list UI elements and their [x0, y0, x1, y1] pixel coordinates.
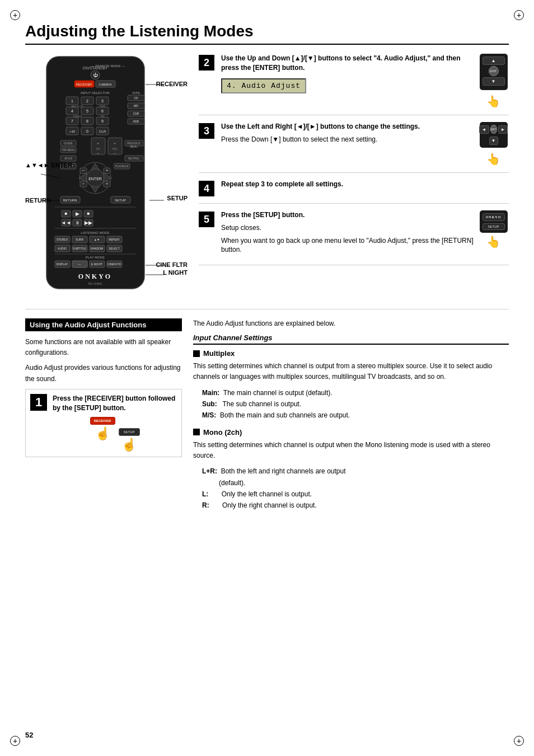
input-channel-title: Input Channel Settings — [193, 334, 509, 345]
svg-text:RECEIVER: RECEIVER — [76, 83, 92, 86]
multiplex-item-main: Main: The main channel is output (defaul… — [202, 387, 509, 398]
svg-text:7: 7 — [71, 119, 73, 123]
svg-text:6: 6 — [101, 109, 104, 113]
main-layout: ON/STANDBY ⏻ — REMOTE MODE — RECEIVER CA… — [25, 54, 509, 300]
svg-text:8: 8 — [86, 119, 88, 123]
svg-text:+: + — [97, 142, 99, 145]
step-1-images: RECEIVER ☝ SETUP ☝ — [53, 417, 177, 452]
step-4: 4 Repeat step 3 to complete all settings… — [199, 180, 509, 204]
svg-text:CD: CD — [101, 115, 105, 118]
finger-icon-step5: 👆 — [486, 235, 500, 248]
step-3: 3 Use the Left and Right [◄]/[►] buttons… — [199, 122, 509, 173]
bullet-square — [193, 350, 200, 357]
svg-text:+10: +10 — [69, 130, 76, 133]
left-panel: ON/STANDBY ⏻ — REMOTE MODE — RECEIVER CA… — [25, 54, 188, 300]
step-2: 2 Use the Up and Down [▲]/[▼] buttons to… — [199, 54, 509, 115]
svg-text:PLAY MODE: PLAY MODE — [86, 256, 105, 259]
label-return: RETURN — [25, 197, 51, 204]
svg-text:MUTING: MUTING — [128, 157, 139, 160]
svg-text:+: + — [106, 168, 109, 173]
svg-text:VOL: VOL — [112, 147, 118, 151]
step-4-number: 4 — [199, 181, 214, 196]
label-receiver: RECEIVER — [156, 81, 188, 87]
multiplex-text: This setting determines which channel is… — [193, 361, 509, 382]
svg-text:RANDOM: RANDOM — [91, 247, 103, 250]
svg-text:⏻: ⏻ — [93, 73, 98, 78]
svg-text:9: 9 — [101, 119, 104, 123]
svg-text:SUBTITLE: SUBTITLE — [73, 247, 87, 250]
svg-text:+: + — [106, 181, 109, 186]
step-3-number: 3 — [199, 123, 214, 139]
step-2-content: Use the Up and Down [▲]/[▼] buttons to s… — [221, 54, 509, 108]
svg-text:PLAYBACK: PLAYBACK — [115, 165, 128, 168]
section-divider — [25, 309, 509, 309]
lcd-display: 4. Audio Adjust — [221, 78, 306, 93]
section-heading: Using the Audio Adjust Functions — [25, 318, 182, 331]
remote-label-wrap: ON/STANDBY ⏻ — REMOTE MODE — RECEIVER CA… — [25, 54, 188, 300]
step-5: 5 Press the [SETUP] button. Setup closes… — [199, 210, 509, 265]
input-channel-section: The Audio Adjust functions are explained… — [193, 318, 509, 511]
svg-text:— REMOTE MODE —: — REMOTE MODE — — [91, 64, 125, 68]
svg-text:RC-645S: RC-645S — [88, 282, 102, 285]
svg-text:SP A·B: SP A·B — [64, 157, 72, 160]
svg-text:LISTENING MODE: LISTENING MODE — [81, 231, 109, 234]
mono2ch-text: This setting determines which channel is… — [193, 440, 509, 461]
step-5-image: ONKYO SETUP 👆 — [478, 210, 509, 248]
step-5-subtext2: When you want to go back up one menu lev… — [221, 236, 474, 255]
svg-text:ONKYO: ONKYO — [78, 273, 112, 280]
bottom-section: Using the Audio Adjust Functions Some fu… — [25, 318, 509, 511]
svg-text:REPEAT: REPEAT — [109, 238, 120, 241]
svg-text:SURR: SURR — [76, 238, 84, 241]
section-text2: Audio Adjust provides various functions … — [25, 363, 182, 384]
registration-mark-tr — [514, 10, 524, 20]
svg-text:PREVIOUS: PREVIOUS — [127, 142, 140, 145]
mono2ch-item-r: R: Only the right channel is output. — [202, 500, 509, 511]
step-4-text: Repeat step 3 to complete all settings. — [221, 180, 509, 189]
multiplex-item-ms: M/S: Both the main and sub channels are … — [202, 410, 509, 421]
finger-icon-receiver: ☝ — [95, 426, 110, 441]
svg-text:4: 4 — [71, 109, 73, 113]
registration-mark-tl — [10, 10, 20, 20]
svg-text:5: 5 — [86, 109, 88, 113]
label-setup: SETUP — [167, 195, 188, 201]
svg-text:CDR: CDR — [133, 112, 139, 115]
svg-text:MULTI CH: MULTI CH — [72, 105, 83, 108]
step-3-image: ◄ ENT ► ▼ 👆 — [478, 122, 509, 166]
page-title: Adjusting the Listening Modes — [25, 22, 509, 45]
svg-text:▲▼: ▲▼ — [94, 238, 100, 241]
svg-text:■: ■ — [87, 211, 90, 216]
label-arrows: ▲▼◄► ENTER — [25, 161, 72, 169]
step-2-number: 2 — [199, 55, 214, 71]
svg-text:MD: MD — [134, 104, 138, 107]
bullet-square-2 — [193, 429, 200, 435]
step-3-subtext: Press the Down [▼] button to select the … — [221, 135, 474, 144]
right-panel: 2 Use the Up and Down [▲]/[▼] buttons to… — [199, 54, 509, 300]
registration-mark-bl — [10, 736, 20, 746]
svg-text:INPUT SELECTOR: INPUT SELECTOR — [81, 91, 110, 95]
svg-text:▶▶: ▶▶ — [85, 220, 92, 226]
svg-text:2: 2 — [86, 99, 88, 103]
svg-text:⏸: ⏸ — [75, 220, 79, 226]
finger-icon-setup: ☝ — [121, 438, 137, 452]
svg-text:AUDIO: AUDIO — [58, 247, 67, 250]
svg-text:CINEFLTR: CINEFLTR — [107, 262, 121, 266]
label-cine: CINE FLTR L NIGHT — [156, 261, 188, 277]
step-5-text-bold: Press the [SETUP] button. — [221, 210, 474, 220]
step-5-subtext1: Setup closes. — [221, 223, 474, 233]
step-2-image: ▲ ENT ▼ 👆 — [478, 54, 509, 108]
multiplex-section: Multiplex This setting determines which … — [193, 349, 509, 421]
svg-text:DISPLAY: DISPLAY — [57, 262, 68, 266]
svg-text:3: 3 — [101, 99, 104, 103]
mono2ch-item-l: L: Only the left channel is output. — [202, 489, 509, 500]
svg-text:E.NIGHT: E.NIGHT — [91, 262, 102, 266]
svg-text:MENU: MENU — [130, 145, 137, 148]
svg-text:SELECT: SELECT — [109, 247, 119, 250]
mono2ch-section: Mono (2ch) This setting determines which… — [193, 428, 509, 511]
registration-mark-br — [514, 736, 524, 746]
svg-text:TUNER: TUNER — [73, 115, 82, 118]
receiver-press: RECEIVER ☝ — [90, 417, 115, 452]
step-1-content: Press the [RECEIVER] button followed by … — [53, 394, 177, 453]
svg-text:GUIDE: GUIDE — [64, 142, 73, 145]
svg-text:−: − — [97, 152, 99, 155]
step-1-number: 1 — [30, 394, 47, 411]
